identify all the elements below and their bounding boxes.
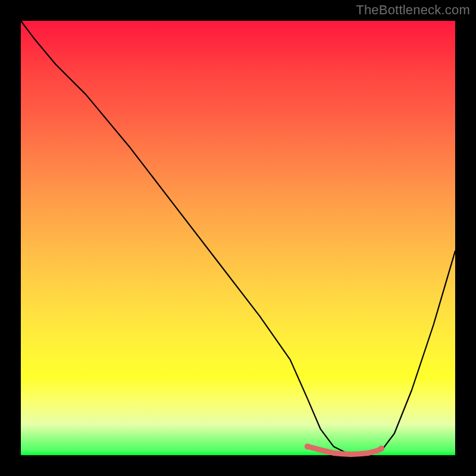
chart-frame: TheBottleneck.com	[0, 0, 476, 476]
watermark-text: TheBottleneck.com	[356, 2, 470, 18]
optimal-marker-dot	[305, 443, 311, 449]
optimal-marker-dot	[340, 452, 345, 456]
optimal-marker-dot	[353, 452, 358, 456]
optimal-marker-dot	[366, 450, 371, 455]
bottleneck-curve	[21, 21, 455, 455]
curve-line	[21, 21, 455, 455]
optimal-marker-dot	[378, 446, 384, 452]
optimal-marker-dot	[322, 449, 327, 453]
